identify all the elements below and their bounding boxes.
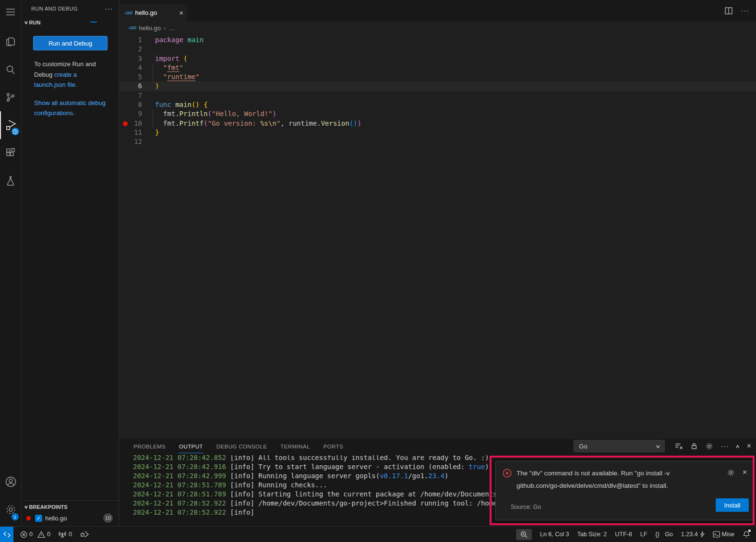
output-settings-gear-icon[interactable]	[705, 442, 713, 450]
warning-count: 0	[47, 531, 50, 538]
install-button[interactable]: Install	[716, 498, 749, 512]
tab-size[interactable]: Tab Size: 2	[577, 531, 607, 538]
breakpoints-header[interactable]: ∨ BREAKPOINTS	[22, 501, 119, 513]
breadcrumb-separator: ›	[164, 24, 166, 32]
search-icon[interactable]	[0, 56, 22, 83]
explorer-icon[interactable]	[0, 28, 22, 56]
panel-more-actions-icon[interactable]: ···	[720, 442, 729, 450]
settings-badge: 1	[12, 513, 19, 520]
ports-count: 0	[69, 531, 72, 538]
run-section-header[interactable]: ∨ RUN	[22, 17, 119, 27]
tab-close-icon[interactable]: ×	[179, 9, 183, 17]
clear-output-icon[interactable]	[675, 442, 683, 450]
eol[interactable]: LF	[640, 531, 648, 538]
output-channel-select[interactable]: Go ∨	[574, 440, 665, 452]
panel-tab-output[interactable]: OUTPUT	[179, 439, 204, 453]
tab-hello-go[interactable]: GO hello.go ×	[120, 4, 187, 21]
code-line-text: "runtime"	[149, 72, 200, 82]
breakpoint-dot-icon	[26, 516, 31, 520]
code-line-text	[149, 91, 155, 100]
line-number-gutter[interactable]: 4	[120, 63, 149, 72]
breakpoint-checkbox[interactable]: ✓	[35, 515, 42, 522]
vscode-window: 1 RUN AND DEBUG ··· ∨ RUN Run and Debug …	[0, 0, 756, 542]
breadcrumb[interactable]: GO hello.go › …	[120, 21, 756, 35]
panel-tab-problems[interactable]: PROBLEMS	[133, 439, 166, 453]
breakpoint-item[interactable]: ✓ hello.go 10	[22, 513, 119, 523]
code-line[interactable]: 5 "runtime"	[120, 72, 756, 82]
source-control-icon[interactable]	[0, 83, 22, 111]
code-line-text	[149, 45, 155, 54]
editor-more-actions-icon[interactable]: ···	[741, 7, 749, 14]
line-number-gutter[interactable]: 9	[120, 109, 149, 118]
line-number-gutter[interactable]: 1	[120, 35, 149, 45]
code-line[interactable]: 4 "fmt"	[120, 63, 756, 72]
line-number-gutter[interactable]: 7	[120, 91, 149, 100]
notification-close-icon[interactable]: ×	[743, 469, 747, 492]
line-number-gutter[interactable]: 2	[120, 45, 149, 54]
breadcrumb-symbol[interactable]: …	[168, 24, 175, 32]
code-line[interactable]: 9 fmt.Println("Hello, World!")	[120, 109, 756, 118]
encoding[interactable]: UTF-8	[615, 531, 632, 538]
line-number-gutter[interactable]: 10	[120, 119, 149, 128]
code-line[interactable]: 7	[120, 91, 756, 100]
run-and-debug-icon[interactable]	[0, 111, 22, 139]
code-line[interactable]: 11}	[120, 128, 756, 137]
panel-header: PROBLEMSOUTPUTDEBUG CONSOLETERMINALPORTS…	[120, 438, 756, 454]
remote-indicator[interactable]	[0, 527, 13, 542]
code-line[interactable]: 6)	[120, 82, 756, 91]
panel-tab-ports[interactable]: PORTS	[323, 439, 344, 453]
account-icon[interactable]	[0, 468, 22, 495]
zoom-status-icon[interactable]	[516, 529, 532, 540]
split-editor-icon[interactable]	[725, 7, 732, 14]
code-editor[interactable]: 1package main23import (4 "fmt"5 "runtime…	[120, 35, 756, 437]
show-configs-text: Show all automatic debug configurations.	[34, 98, 110, 118]
error-icon	[503, 467, 512, 492]
notification-toast: The "dlv" command is not available. Run …	[495, 461, 753, 520]
chevron-down-icon: ∨	[24, 20, 28, 25]
extensions-icon[interactable]	[0, 139, 22, 167]
editor-group: GO hello.go × ··· GO hello.go › … 1packa…	[120, 0, 756, 526]
problems-status[interactable]: 0 0	[20, 531, 50, 538]
panel-tabs: PROBLEMSOUTPUTDEBUG CONSOLETERMINALPORTS	[133, 439, 344, 453]
line-number-gutter[interactable]: 5	[120, 72, 149, 82]
lock-autoscroll-icon[interactable]	[690, 442, 698, 450]
panel-tab-debug-console[interactable]: DEBUG CONSOLE	[216, 439, 268, 453]
line-number-gutter[interactable]: 3	[120, 54, 149, 63]
notifications-bell-icon[interactable]	[743, 530, 750, 538]
breadcrumb-file[interactable]: hello.go	[139, 24, 161, 32]
language-mode[interactable]: {} Go	[655, 531, 673, 538]
breakpoint-dot-icon[interactable]	[123, 121, 128, 126]
settings-gear-icon[interactable]: 1	[0, 495, 22, 523]
chevron-down-icon: ∨	[24, 505, 28, 509]
tab-bar: GO hello.go × ···	[120, 0, 756, 21]
code-line[interactable]: 12	[120, 137, 756, 146]
panel-tab-terminal[interactable]: TERMINAL	[280, 439, 310, 453]
breakpoints-section: ∨ BREAKPOINTS ✓ hello.go 10	[22, 500, 119, 526]
show-all-configs-link[interactable]: Show all automatic debug configurations.	[34, 99, 106, 117]
sidebar-more-button[interactable]: ···	[105, 5, 113, 12]
lightning-icon	[700, 531, 705, 538]
go-version[interactable]: 1.23.4	[681, 531, 705, 538]
line-number-gutter[interactable]: 8	[120, 100, 149, 109]
notification-settings-gear-icon[interactable]	[727, 469, 735, 492]
braces-icon: {}	[655, 531, 659, 538]
code-line-text: fmt.Printf("Go version: %s\n", runtime.V…	[149, 119, 361, 128]
code-line[interactable]: 3import (	[120, 54, 756, 63]
maximize-panel-icon[interactable]: ∧	[735, 444, 740, 449]
line-number-gutter[interactable]: 12	[120, 137, 149, 146]
code-line[interactable]: 10 fmt.Printf("Go version: %s\n", runtim…	[120, 119, 756, 128]
code-line[interactable]: 2	[120, 45, 756, 54]
menu-icon[interactable]	[0, 0, 22, 24]
code-line-text: }	[149, 128, 159, 137]
run-and-debug-button[interactable]: Run and Debug	[33, 36, 108, 50]
testing-icon[interactable]	[0, 167, 22, 195]
debug-status-icon[interactable]	[80, 530, 89, 538]
cursor-position[interactable]: Ln 6, Col 3	[540, 531, 569, 538]
code-line[interactable]: 8func main() {	[120, 100, 756, 109]
close-panel-icon[interactable]: ×	[747, 442, 751, 450]
line-number-gutter[interactable]: 11	[120, 128, 149, 137]
line-number-gutter[interactable]: 6	[120, 82, 149, 91]
code-line[interactable]: 1package main	[120, 35, 756, 45]
mise-status[interactable]: Mise	[713, 531, 734, 538]
ports-status[interactable]: 0	[58, 531, 72, 538]
